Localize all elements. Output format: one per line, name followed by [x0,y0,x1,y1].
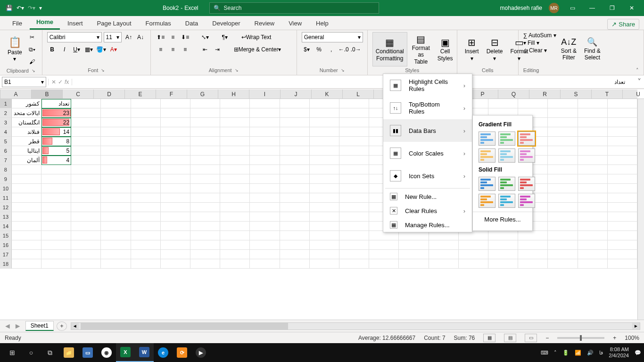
collapse-ribbon-icon[interactable]: ˄ [636,67,639,74]
cell[interactable] [12,174,41,184]
cell[interactable]: 4 [41,156,71,165]
row-header[interactable]: 7 [0,156,12,165]
cell[interactable] [280,259,310,269]
font-name-combo[interactable]: Calibri▾ [47,32,102,42]
cell[interactable] [41,174,71,184]
wrap-text-button[interactable]: ↩ Wrap Text [239,32,273,42]
increase-font-icon[interactable]: A↑ [124,32,133,42]
databar-gradient-lightblue[interactable] [498,148,515,163]
cell[interactable] [578,146,608,156]
row-header[interactable]: 8 [0,165,12,174]
tab-home[interactable]: Home [30,16,60,30]
cell[interactable] [578,184,608,193]
cell[interactable] [339,165,369,174]
cell[interactable] [250,203,280,212]
cell[interactable] [310,127,339,137]
cell[interactable] [310,108,339,118]
view-pagebreak-icon[interactable]: ▭ [525,334,537,342]
cell[interactable] [220,118,250,127]
cell[interactable] [220,127,250,137]
cell[interactable] [41,203,71,212]
cell[interactable] [310,259,339,269]
zoom-value[interactable]: 100% [625,335,639,341]
cut-icon[interactable]: ✂ [27,32,37,42]
comma-format-icon[interactable]: , [326,44,337,55]
cell[interactable] [369,231,399,240]
format-painter-icon[interactable]: 🖌 [27,57,37,67]
decrease-decimal-icon[interactable]: .0→ [351,44,361,55]
cell[interactable] [310,174,339,184]
cell[interactable] [310,156,339,165]
cell[interactable] [518,240,548,250]
cell[interactable] [131,250,161,259]
cell[interactable] [548,174,578,184]
cell[interactable] [608,184,637,193]
cell[interactable]: ایتالیا [12,146,41,156]
more-rules-button[interactable]: More Rules... [473,212,532,227]
cell[interactable] [578,240,608,250]
cell[interactable] [250,240,280,250]
cell[interactable] [578,231,608,240]
borders-icon[interactable]: ▦▾ [84,44,94,55]
cell[interactable] [578,118,608,127]
cell[interactable] [220,250,250,259]
task-view-icon[interactable]: ⧉ [41,343,59,362]
cell[interactable] [310,193,339,203]
cell[interactable] [190,240,220,250]
column-header[interactable]: U [623,90,644,99]
cell[interactable] [250,231,280,240]
cell[interactable] [339,240,369,250]
databar-gradient-green[interactable] [498,132,515,146]
databar-gradient-red[interactable] [518,132,535,146]
cell[interactable] [280,156,310,165]
ime-icon[interactable]: ⌨ [541,350,548,356]
row-header[interactable]: 4 [0,127,12,137]
cell[interactable] [339,118,369,127]
fill-button[interactable]: ▾ Fill ▾ [523,40,556,46]
cell[interactable] [339,137,369,146]
increase-decimal-icon[interactable]: ←.0 [339,44,349,55]
cell[interactable] [459,250,488,259]
maximize-icon[interactable]: ❐ [605,5,619,11]
row-header[interactable]: 3 [0,118,12,127]
cell[interactable] [250,99,280,108]
cell[interactable] [310,250,339,259]
cell[interactable] [578,259,608,269]
databar-gradient-blue[interactable] [479,132,495,146]
cell[interactable] [161,146,190,156]
cell[interactable]: ایالات متحد [12,108,41,118]
cell[interactable] [339,250,369,259]
cell[interactable] [250,212,280,222]
view-normal-icon[interactable]: ▦ [483,334,495,342]
cell[interactable] [12,203,41,212]
align-left-icon[interactable]: ≡ [156,44,166,55]
column-header[interactable]: I [249,90,281,99]
cell[interactable] [548,118,578,127]
cell[interactable] [608,212,637,222]
cell[interactable] [71,203,101,212]
dialog-launcher-icon[interactable]: ↘ [341,68,345,73]
cell[interactable] [429,240,459,250]
cell[interactable] [339,127,369,137]
cell[interactable] [250,184,280,193]
cell[interactable] [161,108,190,118]
cell[interactable] [101,165,131,174]
cell[interactable] [250,137,280,146]
tab-formulas[interactable]: Formulas [139,17,178,30]
cell[interactable] [280,231,310,240]
cell[interactable] [310,165,339,174]
cell[interactable] [71,250,101,259]
menu-highlight-cells-rules[interactable]: ▦Highlight Cells Rules› [383,74,472,97]
cell[interactable] [578,165,608,174]
file-explorer-icon[interactable]: 📁 [59,343,78,362]
cell[interactable] [578,137,608,146]
cell[interactable] [12,193,41,203]
underline-button[interactable]: U▾ [72,44,82,55]
cell[interactable] [280,146,310,156]
cell[interactable] [161,156,190,165]
cell[interactable] [220,212,250,222]
cell[interactable] [161,231,190,240]
cell[interactable] [190,156,220,165]
column-header[interactable]: B [32,90,63,99]
cell[interactable] [71,240,101,250]
